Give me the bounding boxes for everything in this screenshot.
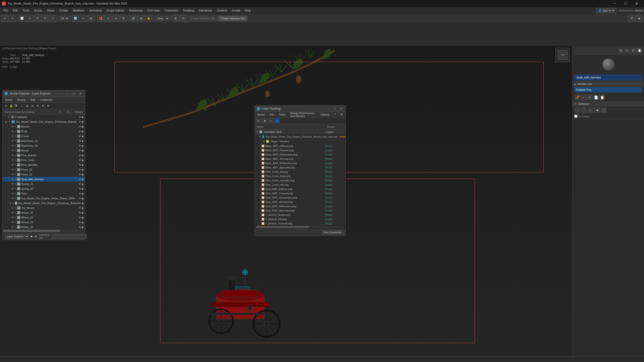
menu-views[interactable]: Views	[44, 8, 57, 13]
menu-scripting[interactable]: Scripting	[180, 8, 196, 13]
menu-tools[interactable]: Tools	[20, 8, 32, 13]
scroll-thumb[interactable]	[3, 230, 60, 232]
scale-button[interactable]: ⤢	[49, 15, 56, 22]
se-filter-btn[interactable]: ✕	[4, 104, 8, 108]
at-add-btn[interactable]: +	[268, 118, 274, 123]
se-lock-btn[interactable]: 🔒	[9, 104, 14, 108]
se-menu-edit[interactable]: Edit	[28, 98, 38, 102]
se-collapse-btn[interactable]: ⊟	[30, 104, 35, 108]
sel-vertex-btn[interactable]: ·	[574, 107, 580, 113]
menu-civil-view[interactable]: Civil View	[145, 8, 162, 13]
list-item[interactable]: ▼ ≡ 0 (default) ❄ ◉	[3, 115, 85, 119]
list-item[interactable]: 👁↖ ▲ Spring_02 ❄ ◉	[3, 186, 85, 191]
list-item[interactable]: 👁↖ ▲ Wheel_04 ❄ ◉	[3, 225, 85, 229]
list-item[interactable]: 👁↖ ▲ Pine_Cone ❄ ◉	[3, 158, 85, 162]
list-item[interactable]: 👁↖ ▲ Machinery_02 ❄ ◉	[3, 143, 85, 148]
create-selection-btn[interactable]: Create Selection Set	[219, 16, 247, 21]
at-close-btn[interactable]: ✕	[339, 106, 344, 111]
move-button[interactable]: ✛	[34, 15, 41, 22]
menu-content[interactable]: Content	[214, 8, 229, 13]
list-item[interactable]: ▶ ▼ ⬡ Toy_Model_Steam_Fire_Engine_Christ…	[3, 119, 85, 124]
asset-file-item[interactable]: 📄 Pine_Cone_normals.png Found	[255, 178, 345, 183]
asset-file-item[interactable]: 📄 Pine_Cone_dif.png Found	[255, 170, 345, 174]
redo-button[interactable]: ↪	[8, 15, 16, 22]
at-menu-options[interactable]: Options	[318, 113, 332, 116]
se-footer-btn-1[interactable]: ▶	[31, 234, 33, 239]
asset-file-item[interactable]: 📄 Base_MAT_Specular.png Found	[255, 165, 345, 170]
asset-file-item[interactable]: 📄 Base_MAT_Diffuse.png Found	[255, 144, 345, 148]
view-selector[interactable]: View	[155, 16, 169, 21]
asset-file-item[interactable]: 📄 Base_MAT_Normal.png Found	[255, 157, 345, 161]
at-minimize-btn[interactable]: −	[326, 106, 331, 111]
list-item[interactable]: 👁↖ ▲ Toy_Model_Fire_Engine_Horse_Drawn_1…	[3, 196, 85, 201]
minimize-button[interactable]: −	[609, 0, 620, 7]
menu-group[interactable]: Group	[32, 8, 44, 13]
at-menu-file[interactable]: File	[267, 113, 276, 116]
at-maximize-btn[interactable]: □	[332, 106, 337, 111]
asset-file-item[interactable]: 📄 Seat_MAT_Normal.png Found	[255, 200, 345, 204]
rp-tool-copy[interactable]: 📄	[593, 94, 599, 100]
rp-btn-3[interactable]: ⚙	[630, 48, 636, 53]
se-horizontal-scrollbar[interactable]	[3, 230, 85, 233]
bind-button[interactable]: 🔒	[145, 15, 152, 22]
at-menu-server[interactable]: Server	[255, 113, 267, 116]
menu-animation[interactable]: Animation	[87, 8, 104, 13]
modifier-editable-poly[interactable]: Editable Poly	[574, 87, 642, 92]
selection-header[interactable]: ▼ Selection	[572, 101, 644, 106]
rp-btn-1[interactable]: ⊞	[618, 48, 624, 53]
rp-tool-move[interactable]: ↔	[580, 94, 586, 100]
list-item[interactable]: 👁↖ ▲ Machinery_01 ❄ ◉	[3, 139, 85, 143]
asset-subgroup-max[interactable]: ▼ M Toy_Model_Steam_Fire_Engine_Christma…	[255, 134, 345, 139]
se-footer-btn-2[interactable]: ⊞	[35, 234, 37, 239]
list-item[interactable]: 👁↖ ▲ Frame ❄ ◉	[3, 134, 85, 139]
unlink-button[interactable]: ⛓	[138, 15, 145, 22]
workspace-default[interactable]: Default	[635, 9, 643, 12]
asset-file-item[interactable]: 📄 Pine_Cone_refl.png Found	[255, 183, 345, 187]
list-item[interactable]: 👁↖ ▲ Toy_Model_Steam_Fire_Engine_Christm…	[3, 201, 85, 206]
list-item[interactable]: 👁↖ ▲ Wheel_03 ❄ ◉	[3, 220, 85, 225]
rp-btn-4[interactable]: 📋	[637, 48, 642, 53]
at-settings-btn[interactable]: ⚙	[338, 112, 345, 116]
menu-graph-editors[interactable]: Graph Editors	[104, 8, 127, 13]
layer-manager-button[interactable]: ⊞	[172, 15, 179, 22]
at-filter-btn[interactable]: ≡	[274, 118, 280, 123]
window-crossing-button[interactable]: ⊞	[87, 15, 94, 22]
at-stop-btn[interactable]: ■	[262, 118, 267, 123]
menu-arnold[interactable]: Arnold	[229, 8, 242, 13]
asset-file-item[interactable]: 📄 Base_MAT_Fresnel.png Found	[255, 148, 345, 152]
se-minimize-btn[interactable]: −	[65, 91, 70, 96]
list-item[interactable]: 👁↖ ▲ Pipes_01 ❄ ◉	[3, 167, 85, 172]
asset-file-item[interactable]: 📄 Seat_MAT_Specular.png Found	[255, 208, 345, 213]
asset-file-item[interactable]: 📄 Seat_MAT_Glossiness.png Found	[255, 195, 345, 200]
asset-group-vault[interactable]: ▼ V Autodesk Vault Logged...	[255, 129, 345, 134]
list-item[interactable]: 👁↖ ▲ Toy_Mount ❄ ◉	[3, 206, 85, 210]
select-by-name-button[interactable]: 🔠	[72, 15, 79, 22]
sel-edge-btn[interactable]: ⌒	[581, 107, 587, 113]
at-horizontal-scrollbar[interactable]	[255, 226, 345, 229]
angle-snap-button[interactable]: ∠	[105, 15, 112, 22]
select-object-button[interactable]: ⬜	[18, 15, 26, 22]
asset-file-item[interactable]: 📄 Pine_Cone_displ.png Found	[255, 174, 345, 178]
navigation-cube[interactable]: TOP	[556, 48, 570, 62]
se-search-btn[interactable]: 🔍	[14, 104, 19, 108]
list-item[interactable]: 👁↖ ▲ Spring_01 ❄ ◉	[3, 182, 85, 186]
asset-file-item[interactable]: 📄 T_Branch_Fresnel.png Found	[255, 221, 345, 226]
rotate-button[interactable]: ↻	[42, 15, 48, 22]
maximize-button[interactable]: □	[620, 0, 631, 7]
menu-rendering[interactable]: Rendering	[127, 8, 145, 13]
close-button[interactable]: ✕	[631, 0, 642, 7]
at-help-btn[interactable]: ?	[332, 113, 338, 116]
menu-modifiers[interactable]: Modifiers	[70, 8, 87, 13]
rp-btn-2[interactable]: ≡	[624, 48, 630, 53]
list-item[interactable]: 👁↖ ▲ Mount ❄ ◉	[3, 148, 85, 153]
list-item[interactable]: 👁↖ ▲ Pipes_02 ❄ ◉	[3, 172, 85, 177]
at-refresh-btn[interactable]: ↻	[256, 118, 261, 123]
asset-file-item[interactable]: 📄 Seat_MAT_Fresnel.png Found	[255, 191, 345, 195]
asset-file-item[interactable]: 📄 T_Branch_Bump.png Found	[255, 213, 345, 217]
menu-edit[interactable]: Edit	[10, 8, 20, 13]
menu-help[interactable]: Help	[242, 8, 253, 13]
se-menu-customize[interactable]: Customize	[38, 98, 55, 102]
list-item[interactable]: 👁↖ ▲ Buds ❄ ◉	[3, 129, 85, 134]
se-options-btn[interactable]: ⚙	[46, 104, 50, 108]
selected-object-name[interactable]: Seat_with_harness	[574, 75, 642, 80]
